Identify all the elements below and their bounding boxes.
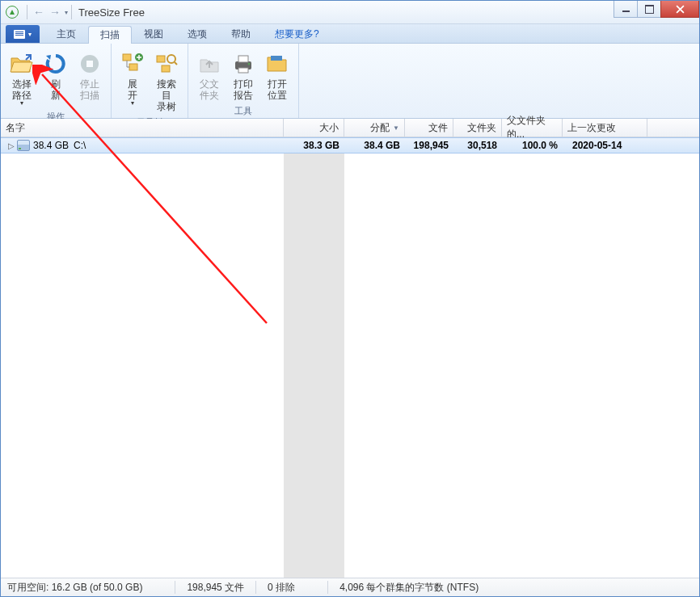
separator [71,5,72,19]
status-free-space: 可用空间: 16.2 GB (of 50.0 GB) [7,581,142,595]
nav-forward-button[interactable]: → [47,4,63,20]
file-menu-icon [14,30,25,39]
size-bar-background [284,137,344,578]
select-path-button[interactable]: 选择 路径 ▾ [7,48,36,109]
table-row[interactable]: ▷ 38.4 GB C:\ 38.3 GB 38.4 GB 198,945 30… [1,137,699,153]
app-icon [6,6,19,19]
parent-folder-button: 父文 件夹 [195,48,224,103]
folder-open-icon [9,51,35,77]
tab-scan[interactable]: 扫描 [88,26,132,44]
cell-modified: 2020-05-14 [563,140,647,151]
expand-tree-icon [120,51,145,77]
svg-rect-3 [129,64,137,70]
tab-help[interactable]: 帮助 [219,25,263,43]
dropdown-arrow-icon: ▾ [20,99,23,107]
column-parent[interactable]: 父文件夹的... [502,119,563,137]
refresh-icon [43,51,69,77]
ribbon-group-tools: 父文 件夹 打印 报告 打开 位置 工具 [188,44,299,118]
svg-rect-2 [123,54,131,61]
cell-parent: 100.0 % [502,140,563,151]
svg-point-11 [248,63,251,65]
cell-alloc: 38.4 GB [344,140,405,151]
cell-files: 198,945 [405,140,453,151]
cell-folders: 30,518 [453,140,502,151]
open-folder-icon [264,51,290,77]
svg-rect-10 [238,68,248,73]
search-tree-icon [154,51,179,77]
window-title: TreeSize Free [78,6,145,19]
nav-history-dropdown[interactable]: ▾ [65,9,68,16]
cell-name: ▷ 38.4 GB C:\ [1,140,284,151]
nav-back-button[interactable]: ← [31,4,47,20]
grid-body[interactable]: ▷ 38.4 GB C:\ 38.3 GB 38.4 GB 198,945 30… [1,137,699,578]
stop-icon [77,51,103,77]
status-files: 198,945 文件 [187,581,244,595]
row-path: C:\ [74,140,86,151]
dropdown-arrow-icon: ▾ [131,99,134,107]
maximize-button[interactable] [637,1,661,18]
separator [27,5,27,19]
ribbon-group-operations: 选择 路径 ▾ 刷 新 停止 扫描 操作 [1,44,112,118]
tab-home[interactable]: 主页 [44,25,88,43]
titlebar: ← → ▾ TreeSize Free [1,1,699,24]
row-size-label: 38.4 GB [33,140,69,151]
separator [327,581,328,594]
stop-scan-button: 停止 扫描 [75,48,104,103]
print-report-button[interactable]: 打印 报告 [229,48,258,103]
ribbon: 选择 路径 ▾ 刷 新 停止 扫描 操作 [1,44,699,119]
cell-size: 38.3 GB [284,140,344,151]
tab-options[interactable]: 选项 [175,25,219,43]
column-size[interactable]: 大小 [284,119,344,137]
search-tree-button[interactable]: 搜索目 录树 [152,48,181,115]
status-cluster: 4,096 每个群集的字节数 (NTFS) [339,581,479,595]
svg-point-7 [167,55,175,63]
svg-rect-6 [162,65,170,72]
tab-view[interactable]: 视图 [132,25,175,43]
status-excluded: 0 排除 [268,581,295,595]
column-modified[interactable]: 上一次更改 [563,119,647,137]
svg-rect-9 [238,56,248,62]
open-location-button[interactable]: 打开 位置 [263,48,292,103]
ribbon-tabstrip: ▾ 主页 扫描 视图 选项 帮助 想要更多? [1,24,699,44]
svg-rect-12 [271,56,282,61]
application-window: ← → ▾ TreeSize Free ▾ 主页 扫描 视图 选项 帮助 想要更… [0,0,700,597]
close-icon [676,5,685,14]
printer-icon [230,51,256,77]
folder-up-icon [196,51,222,77]
separator [175,581,175,594]
expand-button[interactable]: 展 开 ▾ [118,48,147,109]
grid-header: 名字 大小 分配▼ 文件 文件夹 父文件夹的... 上一次更改 [1,119,699,137]
window-controls [614,1,699,18]
drive-icon [17,140,30,151]
sort-desc-icon: ▼ [393,124,399,132]
column-folders[interactable]: 文件夹 [453,119,502,137]
column-files[interactable]: 文件 [405,119,453,137]
ribbon-group-tree: 展 开 ▾ 搜索目 录树 目录树 [112,44,188,118]
minimize-button[interactable] [614,1,638,18]
svg-rect-1 [86,61,93,67]
expand-toggle[interactable]: ▷ [6,141,17,150]
svg-rect-5 [157,56,165,62]
tab-want-more[interactable]: 想要更多? [263,25,331,43]
dropdown-arrow-icon: ▾ [28,31,32,38]
refresh-button[interactable]: 刷 新 [41,48,70,103]
close-button[interactable] [660,1,699,18]
statusbar: 可用空间: 16.2 GB (of 50.0 GB) 198,945 文件 0 … [1,578,699,596]
column-alloc[interactable]: 分配▼ [344,119,405,137]
column-name[interactable]: 名字 [1,119,284,137]
separator [255,581,256,594]
file-menu-button[interactable]: ▾ [6,25,40,43]
